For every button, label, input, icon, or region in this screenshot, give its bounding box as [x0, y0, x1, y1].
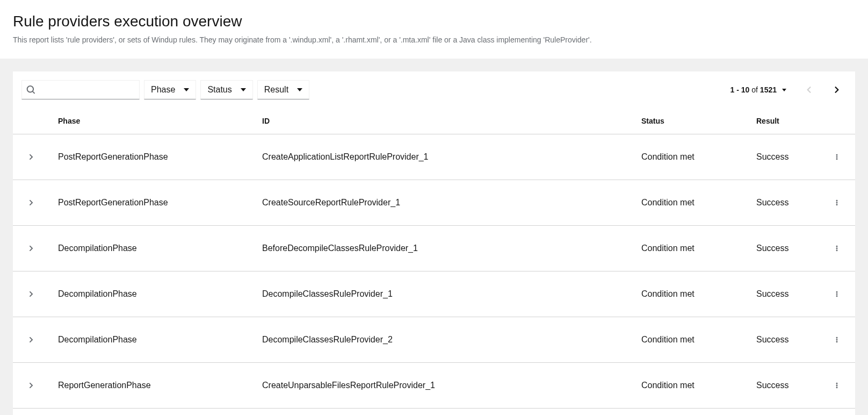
- pagination-of: of: [751, 85, 758, 94]
- cell-phase: PostReportGenerationPhase: [49, 134, 254, 180]
- result-filter[interactable]: Result: [257, 80, 309, 99]
- status-filter-label: Status: [207, 85, 232, 95]
- prev-page-button[interactable]: [799, 80, 819, 99]
- cell-phase: DecompilationPhase: [49, 226, 254, 271]
- chevron-right-icon: [28, 199, 34, 206]
- cell-id: BeforeDecompileClassesRuleProvider_1: [254, 226, 633, 271]
- status-filter[interactable]: Status: [200, 80, 252, 99]
- cell-result: Success: [748, 271, 819, 317]
- cell-phase: PostReportGenerationPhase: [49, 180, 254, 226]
- expand-row-button[interactable]: [21, 284, 41, 304]
- phase-filter[interactable]: Phase: [144, 80, 196, 99]
- cell-status: Condition met: [633, 226, 748, 271]
- cell-status: Condition met: [633, 134, 748, 180]
- row-actions-button[interactable]: [827, 330, 847, 349]
- chevron-right-icon: [28, 154, 34, 160]
- cell-id: CreateAboutWindupReportRuleProvider_1: [254, 409, 633, 416]
- kebab-icon: [836, 152, 838, 162]
- cell-phase: ReportGenerationPhase: [49, 409, 254, 416]
- chevron-right-icon: [28, 291, 34, 297]
- caret-down-icon: [297, 88, 302, 91]
- cell-id: CreateSourceReportRuleProvider_1: [254, 180, 633, 226]
- next-page-button[interactable]: [827, 80, 847, 99]
- chevron-right-icon: [28, 245, 34, 252]
- page-title: Rule providers execution overview: [13, 13, 855, 30]
- cell-phase: DecompilationPhase: [49, 271, 254, 317]
- pagination-range: 1 - 10: [730, 85, 750, 94]
- table-row: DecompilationPhaseDecompileClassesRulePr…: [13, 271, 855, 317]
- cell-status: Condition met: [633, 317, 748, 363]
- cell-id: CreateApplicationListReportRuleProvider_…: [254, 134, 633, 180]
- caret-down-icon: [241, 88, 246, 91]
- cell-id: CreateUnparsableFilesReportRuleProvider_…: [254, 363, 633, 409]
- phase-filter-label: Phase: [151, 85, 175, 95]
- cell-status: Condition met: [633, 271, 748, 317]
- pagination-total: 1521: [760, 85, 777, 94]
- search-input[interactable]: [22, 81, 139, 99]
- expand-row-button[interactable]: [21, 239, 41, 258]
- table-row: PostReportGenerationPhaseCreateSourceRep…: [13, 180, 855, 226]
- pagination-items-toggle[interactable]: 1 - 10 of 1521: [730, 85, 786, 94]
- cell-result: Success: [748, 317, 819, 363]
- cell-status: Condition met: [633, 363, 748, 409]
- kebab-icon: [836, 198, 838, 208]
- expand-row-button[interactable]: [21, 147, 41, 167]
- chevron-right-icon: [28, 382, 34, 389]
- row-actions-button[interactable]: [827, 193, 847, 212]
- row-actions-button[interactable]: [827, 147, 847, 167]
- cell-result: Success: [748, 226, 819, 271]
- kebab-icon: [836, 244, 838, 253]
- cell-result: Success: [748, 363, 819, 409]
- expand-row-button[interactable]: [21, 193, 41, 212]
- expand-row-button[interactable]: [21, 376, 41, 395]
- cell-id: DecompileClassesRuleProvider_2: [254, 317, 633, 363]
- kebab-icon: [836, 289, 838, 299]
- page-description: This report lists 'rule providers', or s…: [13, 34, 855, 46]
- cell-result: Success: [748, 180, 819, 226]
- cell-status: Condition met: [633, 180, 748, 226]
- header-result: Result: [748, 108, 819, 134]
- cell-result: Success: [748, 409, 819, 416]
- row-actions-button[interactable]: [827, 239, 847, 258]
- caret-down-icon: [184, 88, 189, 91]
- table-row: ReportGenerationPhaseCreateUnparsableFil…: [13, 363, 855, 409]
- kebab-icon: [836, 335, 838, 345]
- kebab-icon: [836, 381, 838, 390]
- expand-row-button[interactable]: [21, 330, 41, 349]
- result-filter-label: Result: [264, 85, 288, 95]
- cell-phase: ReportGenerationPhase: [49, 363, 254, 409]
- table-row: PostReportGenerationPhaseCreateApplicati…: [13, 134, 855, 180]
- caret-down-icon: [782, 89, 786, 91]
- header-status: Status: [633, 108, 748, 134]
- search-input-wrapper: [21, 80, 140, 99]
- row-actions-button[interactable]: [827, 376, 847, 395]
- table-row: ReportGenerationPhaseCreateAboutWindupRe…: [13, 409, 855, 416]
- row-actions-button[interactable]: [827, 284, 847, 304]
- cell-id: DecompileClassesRuleProvider_1: [254, 271, 633, 317]
- chevron-right-icon: [28, 337, 34, 343]
- table-row: DecompilationPhaseDecompileClassesRulePr…: [13, 317, 855, 363]
- cell-result: Success: [748, 134, 819, 180]
- header-id: ID: [254, 108, 633, 134]
- cell-phase: DecompilationPhase: [49, 317, 254, 363]
- chevron-left-icon: [806, 86, 812, 94]
- chevron-right-icon: [834, 86, 840, 94]
- cell-status: Condition met: [633, 409, 748, 416]
- table-row: DecompilationPhaseBeforeDecompileClasses…: [13, 226, 855, 271]
- search-icon: [26, 85, 35, 94]
- header-phase: Phase: [49, 108, 254, 134]
- rules-table: Phase ID Status Result PostReportGenerat…: [13, 108, 855, 415]
